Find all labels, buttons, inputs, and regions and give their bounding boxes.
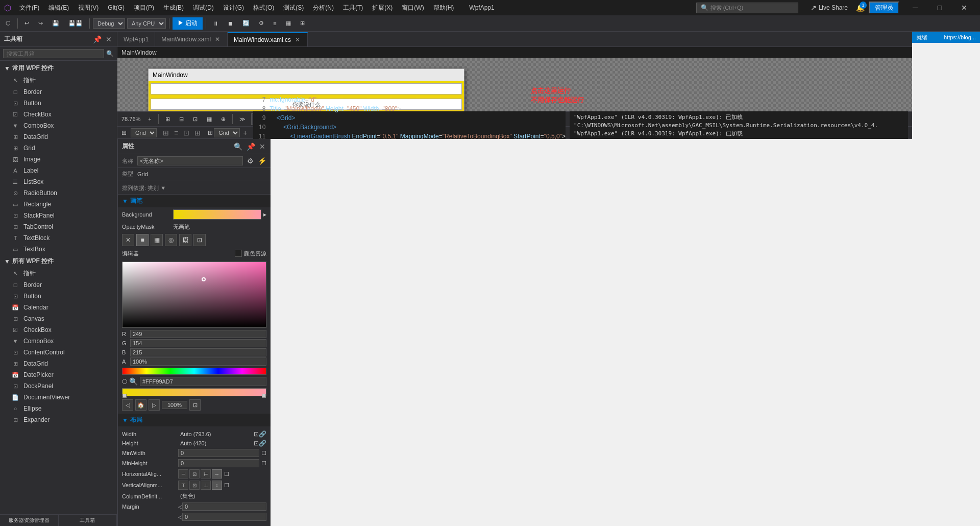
brush-linear-button[interactable]: ▦ <box>151 234 163 246</box>
menu-view[interactable]: 视图(V) <box>74 3 103 13</box>
live-share-button[interactable]: ↗ Live Share <box>806 3 852 13</box>
menu-project[interactable]: 项目(P) <box>130 3 158 13</box>
r-input[interactable] <box>130 330 266 338</box>
margin-expand-icon-2[interactable]: ◁ <box>178 514 182 520</box>
title-search-box[interactable]: 🔍 搜索 (Ctrl+Q) <box>696 3 798 13</box>
debug-mode-dropdown[interactable]: Debug <box>93 18 125 29</box>
toolbox-item-listbox[interactable]: ☰ ListBox <box>1 176 116 187</box>
toolbox-item-ellipse[interactable]: ○ Ellipse <box>1 403 116 414</box>
toolbar-extra-2[interactable]: ≡ <box>270 17 280 30</box>
menu-tools[interactable]: 工具(T) <box>339 3 367 13</box>
brush-custom-button[interactable]: ⊡ <box>193 234 206 246</box>
menu-format[interactable]: 格式(O) <box>249 3 278 13</box>
name-icon-1[interactable]: ⚙ <box>247 157 254 165</box>
color-picker-icon[interactable]: 🔍 <box>129 377 138 386</box>
menu-git[interactable]: Git(G) <box>104 3 129 12</box>
expand-btn[interactable]: ⊡ <box>189 399 201 411</box>
toolbox-item-image[interactable]: 🖼 Image <box>1 154 116 165</box>
pause-button[interactable]: ⏸ <box>209 17 222 30</box>
gradient-thumb-right[interactable] <box>262 394 266 398</box>
brush-solid-button[interactable]: ■ <box>136 234 149 246</box>
toolbox-item-button[interactable]: ⊡ Button <box>1 98 116 109</box>
height-expand-icon[interactable]: ⊡ <box>254 440 259 447</box>
toolbox-item-tabcontrol[interactable]: ⊡ TabControl <box>1 221 116 232</box>
zoom-percent-input[interactable] <box>162 401 187 409</box>
reset-zoom-button[interactable]: ⊕ <box>217 113 229 125</box>
more-options-button[interactable]: ≫ <box>236 113 249 125</box>
menu-analyze[interactable]: 分析(N) <box>309 3 338 13</box>
editor-icon-2[interactable]: ≡ <box>172 128 180 138</box>
hex-input[interactable] <box>140 377 266 386</box>
brush-section-header[interactable]: ▼ 画笔 <box>118 195 271 207</box>
b-input[interactable] <box>130 348 266 356</box>
height-link-icon[interactable]: 🔗 <box>259 440 266 447</box>
toolbox-item-button-all[interactable]: ⊡ Button <box>1 291 116 302</box>
notification-icon[interactable]: 🔔 1 <box>856 4 865 12</box>
toolbox-item-combobox-all[interactable]: ▼ ComboBox <box>1 336 116 347</box>
toolbox-close-icon[interactable]: ✕ <box>105 34 113 44</box>
hue-slider[interactable] <box>122 368 266 375</box>
tab-close-mainwindow-cs[interactable]: ✕ <box>294 36 301 44</box>
menu-window[interactable]: 窗口(W) <box>398 3 428 13</box>
g-input[interactable] <box>130 339 266 347</box>
element-dropdown-right[interactable]: Grid <box>214 128 240 137</box>
menu-debug[interactable]: 调试(D) <box>189 3 218 13</box>
toolbox-category-all[interactable]: ▼ 所有 WPF 控件 <box>1 255 116 268</box>
maximize-button[interactable]: □ <box>928 0 951 15</box>
editor-icon-3[interactable]: ⊡ <box>181 128 191 138</box>
menu-file[interactable]: 文件(F) <box>15 3 43 13</box>
brush-swatch-1[interactable] <box>235 250 242 257</box>
color-picker-gradient[interactable] <box>122 261 266 328</box>
undo-button[interactable]: ↩ <box>21 17 33 30</box>
toolbox-item-textbox-common[interactable]: ▭ TextBox <box>1 244 116 255</box>
stop-button[interactable]: ⏹ <box>224 17 237 30</box>
artboard-button[interactable]: ▦ <box>203 113 215 125</box>
toolbox-item-border-all[interactable]: □ Border <box>1 279 116 291</box>
menu-extensions[interactable]: 扩展(X) <box>368 3 397 13</box>
toolbox-item-calendar[interactable]: 📅 Calendar <box>1 302 116 313</box>
toolbox-item-checkbox[interactable]: ☑ CheckBox <box>1 109 116 120</box>
background-more-icon[interactable]: ▸ <box>263 211 266 218</box>
brush-none-button[interactable]: ✕ <box>122 234 134 246</box>
tab-close-mainwindow-xaml[interactable]: ✕ <box>214 35 221 43</box>
restart-button[interactable]: 🔄 <box>239 17 253 30</box>
toolbox-search-input[interactable] <box>3 49 104 58</box>
valign-center-btn[interactable]: ⊡ <box>189 481 200 490</box>
toolbox-item-border[interactable]: □ Border <box>1 86 116 98</box>
snap-lines-button[interactable]: ⊟ <box>176 113 187 125</box>
brush-image-button[interactable]: 🖼 <box>179 234 191 246</box>
editor-icon-1[interactable]: ⊞ <box>161 128 171 138</box>
toolbox-item-canvas[interactable]: ⊡ Canvas <box>1 313 116 324</box>
toolbox-tab[interactable]: 工具箱 <box>59 515 117 526</box>
tab-wpfapp1[interactable]: WpfApp1 <box>117 32 155 46</box>
background-color-bar[interactable] <box>173 209 261 220</box>
valign-top-btn[interactable]: ⊤ <box>178 481 188 490</box>
name-input[interactable] <box>137 156 243 165</box>
toolbox-item-datagrid-all[interactable]: ⊞ DataGrid <box>1 358 116 369</box>
toolbox-item-documentviewer[interactable]: 📄 DocumentViewer <box>1 392 116 403</box>
a-input[interactable] <box>130 357 266 366</box>
toolbox-item-label[interactable]: A Label <box>1 165 116 176</box>
home-color-btn[interactable]: 🏠 <box>135 399 146 411</box>
minwidth-input[interactable] <box>178 449 259 457</box>
toolbox-item-datagrid[interactable]: ⊞ DataGrid <box>1 131 116 142</box>
halign-right-btn[interactable]: ⊢ <box>201 469 211 479</box>
minimize-button[interactable]: ─ <box>903 0 927 15</box>
tab-mainwindow-xaml[interactable]: MainWindow.xaml ✕ <box>155 32 228 46</box>
properties-pin-icon[interactable]: 📌 <box>246 141 256 152</box>
toolbox-item-datepicker[interactable]: 📅 DatePicker <box>1 369 116 380</box>
toolbox-category-common[interactable]: ▼ 常用 WPF 控件 <box>1 62 116 75</box>
toolbox-item-stackpanel[interactable]: ⊡ StackPanel <box>1 210 116 221</box>
toolbox-item-textblock[interactable]: T TextBlock <box>1 232 116 244</box>
start-button[interactable]: ▶ 启动 <box>173 17 203 30</box>
editor-icon-4[interactable]: ⊞ <box>192 128 203 138</box>
toolbox-item-expander[interactable]: ⊡ Expander <box>1 414 116 425</box>
properties-search-icon[interactable]: 🔍 <box>233 141 243 152</box>
toolbox-item-rectangle[interactable]: ▭ Rectangle <box>1 199 116 210</box>
brush-radial-button[interactable]: ◎ <box>165 234 177 246</box>
toolbox-item-pointer-common[interactable]: ↖ 指针 <box>1 75 116 86</box>
minheight-input[interactable] <box>178 459 259 467</box>
gradient-preview-bar[interactable] <box>122 388 266 396</box>
menu-build[interactable]: 生成(B) <box>159 3 188 13</box>
margin-input[interactable] <box>182 503 266 511</box>
